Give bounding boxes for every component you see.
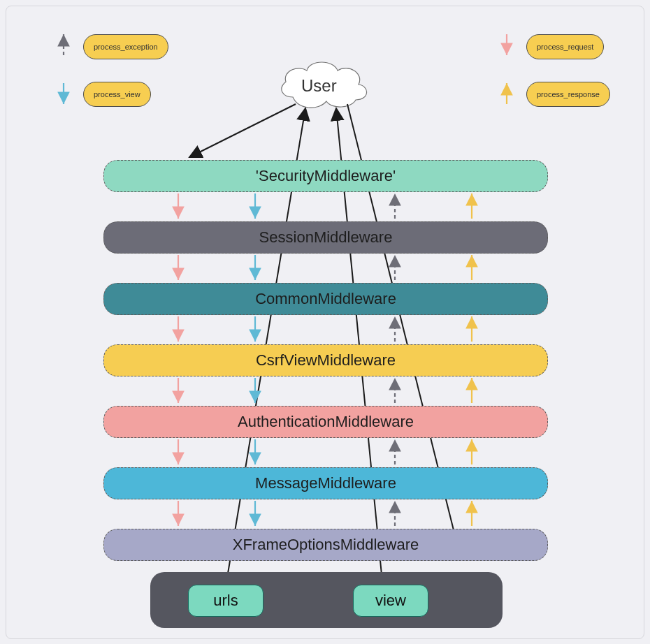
arrow-user-to-security — [189, 104, 296, 157]
legend-pill-exception: process_exception — [83, 34, 168, 59]
middleware-bar-1: SessionMiddleware — [103, 221, 548, 254]
urls-capsule: urls — [188, 585, 263, 617]
user-label: User — [301, 76, 337, 96]
middleware-bar-0: 'SecurityMiddleware' — [103, 160, 548, 192]
middleware-bar-4: AuthenticationMiddleware — [103, 406, 548, 438]
legend-pill-response: process_response — [526, 82, 610, 107]
middleware-bar-6: XFrameOptionsMiddleware — [103, 529, 548, 561]
view-capsule: view — [353, 585, 428, 617]
middleware-bar-2: CommonMiddleware — [103, 283, 548, 315]
router-view-box: urls view — [150, 572, 503, 628]
middleware-bar-5: MessageMiddleware — [103, 467, 548, 499]
middleware-bar-3: CsrfViewMiddleware — [103, 344, 548, 376]
diagram-canvas: process_exception process_view process_r… — [6, 6, 644, 639]
legend-pill-view: process_view — [83, 82, 151, 107]
legend-pill-request: process_request — [526, 34, 604, 59]
